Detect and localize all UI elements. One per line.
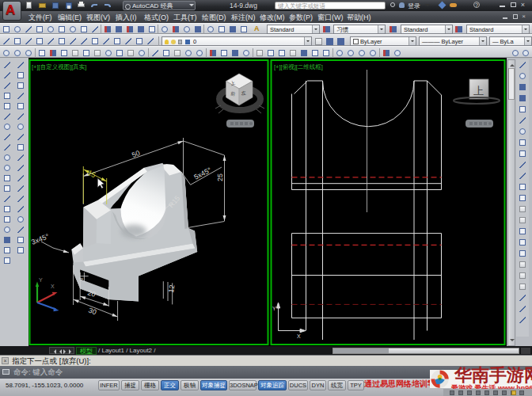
svg-text:12: 12 bbox=[167, 284, 176, 293]
svg-text:前: 前 bbox=[230, 91, 236, 97]
svg-text:X: X bbox=[51, 284, 55, 289]
svg-text:25: 25 bbox=[216, 173, 224, 181]
svg-text:[+][自定义视图][真实]: [+][自定义视图][真实] bbox=[32, 63, 86, 70]
svg-text:[+][俯视][二维线框]: [+][俯视][二维线框] bbox=[274, 63, 323, 70]
svg-text:Y: Y bbox=[272, 306, 276, 311]
svg-text:上: 上 bbox=[473, 85, 484, 97]
svg-text:Y: Y bbox=[39, 277, 43, 283]
svg-text:左: 左 bbox=[241, 90, 246, 96]
svg-text:X: X bbox=[297, 333, 301, 339]
